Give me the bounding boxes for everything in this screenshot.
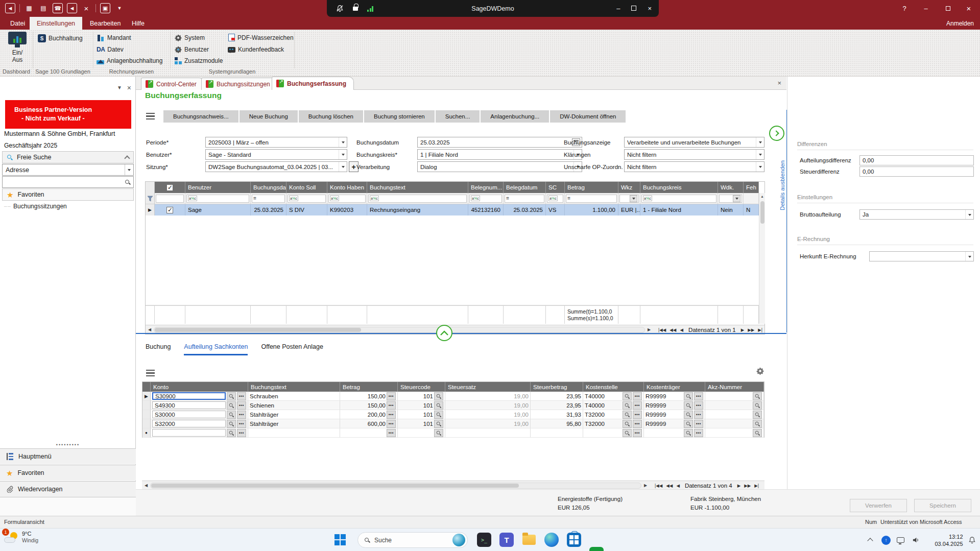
column-header-konto-haben[interactable]: Konto Haben bbox=[327, 182, 367, 193]
cell-kostentraeger[interactable]: ▪▪▪ bbox=[644, 428, 705, 438]
cell-steuercode[interactable]: 101 bbox=[398, 401, 445, 410]
tab-control-center[interactable]: ↗ Control-Center bbox=[141, 78, 204, 90]
favorites-item-buchungssitzungen[interactable]: ┈┈Buchungssitzungen bbox=[4, 203, 67, 210]
steuerdifferenz-input[interactable]: 0,00 bbox=[859, 166, 974, 177]
nav-fast-forward-button[interactable]: ▶▶ bbox=[744, 483, 751, 488]
file-explorer-icon[interactable] bbox=[522, 535, 536, 545]
cell-akz-nummer[interactable] bbox=[705, 419, 764, 428]
menu-einstellungen[interactable]: Einstellungen bbox=[30, 17, 82, 30]
column-header-betrag[interactable]: Betrag bbox=[340, 382, 398, 392]
more-button[interactable]: ▪▪▪ bbox=[237, 392, 246, 400]
field-verarbeitung[interactable]: Dialog bbox=[417, 161, 582, 172]
cell-betrag[interactable]: 150,00▪▪▪ bbox=[340, 401, 398, 410]
cell-buchungstext[interactable] bbox=[248, 428, 340, 438]
cell-kostenstelle[interactable]: T40000▪▪▪ bbox=[583, 392, 644, 401]
column-header-buchungsdat-[interactable]: Buchungsdat... bbox=[251, 182, 286, 193]
filter-cell[interactable]: = bbox=[504, 193, 546, 204]
cell-konto[interactable]: S30000▪▪▪ bbox=[151, 410, 248, 419]
filter-cell[interactable] bbox=[618, 193, 640, 204]
terminal-app-icon[interactable]: >_ bbox=[477, 533, 491, 547]
menu-hilfe[interactable]: Hilfe bbox=[125, 17, 152, 30]
filter-cell[interactable] bbox=[155, 193, 185, 204]
cell-betrag[interactable]: 600,00▪▪▪ bbox=[340, 419, 398, 428]
detail-row-1[interactable]: S49300▪▪▪Schienen150,00▪▪▪10119,0023,95T… bbox=[142, 401, 764, 410]
scroll-right-button[interactable]: ▶ bbox=[641, 483, 650, 488]
settings-gear-icon[interactable] bbox=[756, 367, 764, 375]
column-header-konto[interactable]: Konto bbox=[151, 382, 248, 392]
lookup-button[interactable] bbox=[623, 392, 632, 400]
nav-first-button[interactable]: |◀◀ bbox=[658, 327, 666, 332]
column-header-steuersatz[interactable]: Steuersatz bbox=[445, 382, 531, 392]
cell-akz-nummer[interactable] bbox=[705, 410, 764, 419]
toolbar-button-buchung-löschen[interactable]: Buchung löschen bbox=[299, 110, 363, 123]
lookup-button[interactable] bbox=[227, 401, 236, 410]
search-category-select[interactable]: Adresse bbox=[2, 164, 134, 176]
filter-cell[interactable]: = bbox=[565, 193, 618, 204]
lookup-button[interactable] bbox=[684, 392, 693, 400]
nav-fast-back-button[interactable]: ◀◀ bbox=[666, 483, 673, 488]
menu-bearbeiten[interactable]: Bearbeiten bbox=[83, 17, 128, 30]
lookup-button[interactable] bbox=[753, 401, 762, 410]
column-header-buchungstext[interactable]: Buchungstext bbox=[367, 182, 468, 193]
tray-volume-icon[interactable] bbox=[912, 529, 920, 551]
cell-kostenstelle[interactable]: ▪▪▪ bbox=[583, 428, 644, 438]
cell-steuercode[interactable]: 101 bbox=[398, 392, 445, 401]
back-icon[interactable]: ◄ bbox=[5, 3, 15, 13]
konto-input[interactable] bbox=[152, 429, 226, 437]
nav-next-button[interactable]: ▶ bbox=[741, 327, 745, 332]
column-header-buchungskreis[interactable]: Buchungskreis bbox=[640, 182, 718, 193]
more-button[interactable]: ▪▪▪ bbox=[633, 420, 642, 428]
more-button[interactable]: ▪▪▪ bbox=[633, 401, 642, 410]
column-header-buchungstext[interactable]: Buchungstext bbox=[248, 382, 340, 392]
checkbox[interactable] bbox=[166, 207, 173, 213]
booking-row-selected[interactable]: ▶Sage25.03.2025S DIVK990203Rechnungseing… bbox=[146, 204, 764, 215]
notification-bell-icon[interactable] bbox=[968, 529, 976, 551]
close-icon[interactable]: × bbox=[81, 3, 91, 13]
save-button[interactable]: Speichern bbox=[914, 499, 971, 512]
details-toggle-label[interactable]: Details ausblenden bbox=[779, 160, 785, 210]
nav-last-button[interactable]: ▶| bbox=[758, 327, 762, 332]
cell-konto[interactable]: S32000▪▪▪ bbox=[151, 419, 248, 428]
column-header-steuercode[interactable]: Steuercode bbox=[398, 382, 445, 392]
nav-fast-forward-button[interactable]: ▶▶ bbox=[748, 327, 754, 332]
column-header-sc[interactable]: SC bbox=[546, 182, 565, 193]
lookup-button[interactable] bbox=[684, 420, 693, 428]
field-periode-[interactable]: 2025003 | März – offen bbox=[205, 137, 347, 148]
vertical-scrollbar[interactable]: ▲ bbox=[759, 193, 765, 324]
tab-buchung[interactable]: Buchung bbox=[146, 343, 171, 355]
restore-button[interactable] bbox=[943, 5, 951, 12]
more-button[interactable]: ▪▪▪ bbox=[633, 392, 642, 400]
konto-input[interactable]: S30000 bbox=[152, 411, 226, 418]
lookup-button[interactable] bbox=[434, 401, 443, 410]
cell-buchungstext[interactable]: Stahlträger bbox=[248, 410, 340, 419]
tab-buchungssitzungen[interactable]: ↗ Buchungssitzungen bbox=[201, 78, 278, 90]
scroll-left-button[interactable]: ◀ bbox=[142, 483, 150, 488]
more-button[interactable]: ▪▪▪ bbox=[237, 420, 246, 428]
ribbon-pdf-wasserzeichen-button[interactable]: PDF-Wasserzeichen bbox=[228, 34, 294, 41]
dropdown-button[interactable] bbox=[339, 150, 347, 159]
more-button[interactable]: ▪▪▪ bbox=[694, 429, 703, 437]
detail-row-0[interactable]: ▶S30900▪▪▪Schrauben150,00▪▪▪10119,0023,9… bbox=[142, 392, 764, 401]
cell-konto[interactable]: S49300▪▪▪ bbox=[151, 401, 248, 410]
ribbon-datev-button[interactable]: DA Datev bbox=[97, 46, 124, 53]
scroll-up-button[interactable]: ▲ bbox=[759, 193, 765, 200]
column-header-wkz[interactable]: Wkz bbox=[618, 182, 640, 193]
row-checkbox-cell[interactable] bbox=[155, 204, 185, 215]
ribbon-anlagenbuchhaltung-button[interactable]: Anlagenbuchhaltung bbox=[97, 57, 162, 64]
checkbox-column-header[interactable] bbox=[155, 182, 185, 193]
cell-kostenstelle[interactable]: T32000▪▪▪ bbox=[583, 419, 644, 428]
cell-steuercode[interactable] bbox=[398, 428, 445, 438]
share-maximize-button[interactable] bbox=[631, 5, 636, 12]
cell-kostentraeger[interactable]: R99999▪▪▪ bbox=[644, 410, 705, 419]
close-tab-icon[interactable]: × bbox=[777, 79, 781, 87]
field-sitzung-[interactable]: DW2Sage Buchungsautomat_03.04.2025 | 03.… bbox=[205, 161, 347, 172]
column-header-konto-soll[interactable]: Konto Soll bbox=[286, 182, 327, 193]
start-button[interactable] bbox=[334, 534, 346, 545]
column-header-belegnum-[interactable]: Belegnum... bbox=[468, 182, 504, 193]
back-arrow-icon[interactable]: ◄ bbox=[67, 3, 77, 13]
more-button[interactable]: ▪▪▪ bbox=[387, 401, 396, 410]
dropdown-icon[interactable] bbox=[965, 210, 973, 219]
lookup-button[interactable] bbox=[753, 429, 762, 437]
column-header-feh[interactable]: Feh bbox=[744, 182, 759, 193]
dropdown-button[interactable] bbox=[339, 137, 347, 147]
